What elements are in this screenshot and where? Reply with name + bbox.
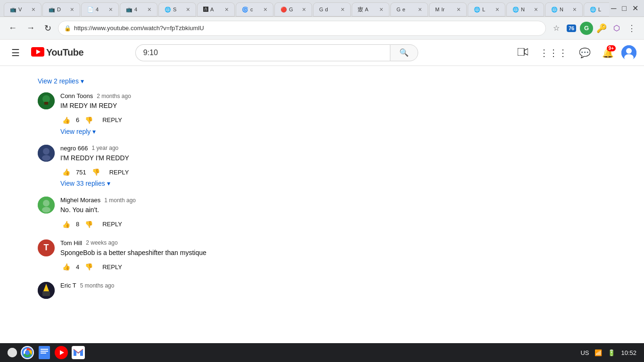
comment-time-tom-hill: 2 weeks ago [86,239,117,246]
tab-3[interactable]: 📄4× [81,2,119,16]
avatar-eric-t[interactable] [38,282,55,299]
browser-tabs: 📺V× 📺D× 📄4× 📺4× 🌐S× 🅰A× 🌀c× 🔴G× Gd× 🕸A× … [0,0,644,17]
view-33-replies-row[interactable]: View 33 replies ▾ [60,178,606,187]
comment-text-mighel-moraes: No. You ain't. [60,206,606,215]
dislike-button-mighel-moraes[interactable]: 👎 [83,219,95,230]
comment-author-eric-t[interactable]: Eric T [60,282,76,289]
like-button-conn-toons[interactable]: 👍 [60,115,72,126]
menu-button[interactable]: ⋮ [625,22,638,35]
refresh-button[interactable]: ↻ [41,20,54,36]
view-reply-conn-toons[interactable]: View reply ▾ [60,126,606,135]
address-actions: ☆ 76 G 🔑 ⬡ ⋮ [550,22,638,35]
maximize-button[interactable]: □ [620,2,628,15]
comment-time-eric-t: 5 months ago [80,282,115,289]
tab-window-controls: ─ □ ✕ [609,2,640,16]
tab-14[interactable]: 🌐N× [506,2,544,16]
svg-point-5 [626,48,632,54]
close-button[interactable]: ✕ [630,2,640,15]
youtube-logo-icon [31,46,44,59]
bookmark-button[interactable]: ☆ [550,22,563,35]
create-video-button[interactable] [514,43,532,62]
comment-body-eric-t: Eric T 5 months ago [60,282,606,299]
avatar-tom-hill[interactable]: T [38,239,55,256]
notifications-button[interactable]: 🔔 9+ [598,43,618,62]
reply-button-mighel-moraes[interactable]: REPLY [99,219,126,230]
tab-13[interactable]: 🌐L× [468,2,505,16]
tab-12[interactable]: MIr× [429,2,467,16]
like-count-mighel-moraes: 8 [76,221,79,228]
menu-hamburger-button[interactable]: ☰ [8,43,24,62]
url-bar[interactable]: 🔒 https://www.youtube.com/watch?v=fpTzbk… [58,21,546,36]
comment-negro-666: negro 666 1 year ago I'M REDDY I'M REDDY… [38,145,606,188]
tab-4[interactable]: 📺4× [120,2,157,16]
extension-lastpass-button[interactable]: 🔑 [595,22,608,35]
tab-7[interactable]: 🌀c× [236,2,273,16]
tab-15[interactable]: 🌐N× [545,2,583,16]
comment-text-conn-toons: IM REDY IM REDY [60,101,606,111]
avatar-mighel-moraes[interactable] [38,197,55,214]
search-input[interactable] [135,44,390,61]
user-avatar[interactable] [621,45,636,60]
search-button[interactable]: 🔍 [390,44,418,61]
youtube-logo[interactable]: YouTube [31,46,83,59]
extension-other-button[interactable]: ⬡ [610,22,623,35]
tab-11[interactable]: Ge× [390,2,428,16]
extension-g-button[interactable]: G [580,22,593,35]
chevron-down-icon: ▾ [81,77,84,85]
notification-badge: 9+ [607,45,616,51]
youtube-header: ☰ YouTube 🔍 ⋮⋮⋮ 💬 🔔 9+ [0,40,644,66]
tab-6[interactable]: 🅰A× [197,2,235,16]
svg-rect-9 [44,102,48,105]
tab-2[interactable]: 📺D× [42,2,80,16]
like-count-conn-toons: 6 [76,116,79,123]
comment-actions-negro-666: 👍 751 👎 REPLY [60,166,606,178]
comment-author-conn-toons[interactable]: Conn Toons [60,92,93,99]
comment-header-eric-t: Eric T 5 months ago [60,282,606,289]
comment-eric-t: Eric T 5 months ago [38,282,606,299]
comment-author-negro-666[interactable]: negro 666 [60,145,88,152]
apps-button[interactable]: ⋮⋮⋮ [536,43,571,62]
address-bar: ← → ↻ 🔒 https://www.youtube.com/watch?v=… [0,17,644,40]
comment-header-mighel-moraes: Mighel Moraes 1 month ago [60,197,606,204]
extension-badge-button[interactable]: 76 [565,22,578,35]
dislike-button-conn-toons[interactable]: 👎 [83,115,95,126]
tab-1[interactable]: 📺V× [4,2,41,16]
reply-button-conn-toons[interactable]: REPLY [99,115,126,125]
view-2-replies-row[interactable]: View 2 replies ▾ [38,74,606,92]
comment-time-mighel-moraes: 1 month ago [104,197,136,204]
messages-button[interactable]: 💬 [575,43,594,62]
tab-8[interactable]: 🔴G× [274,2,312,16]
comment-tom-hill: T Tom Hill 2 weeks ago SpongeBob is a be… [38,239,606,273]
tab-9[interactable]: Gd× [313,2,351,16]
avatar-negro-666[interactable] [38,145,55,162]
comment-body-negro-666: negro 666 1 year ago I'M REDDY I'M REDDY… [60,145,606,188]
comment-author-tom-hill[interactable]: Tom Hill [60,239,82,247]
comment-text-negro-666: I'M REDDY I'M REDDY [60,154,606,163]
svg-point-12 [42,155,50,161]
view-33-replies-label: View 33 replies [60,180,105,187]
tab-16[interactable]: 🌐L× [584,2,609,16]
reply-button-tom-hill[interactable]: REPLY [99,262,126,272]
back-button[interactable]: ← [6,20,20,36]
reply-button-negro-666[interactable]: REPLY [106,167,133,178]
like-button-tom-hill[interactable]: 👍 [60,261,72,272]
lock-icon: 🔒 [64,25,71,32]
dislike-button-negro-666[interactable]: 👎 [90,166,102,178]
dislike-button-tom-hill[interactable]: 👎 [83,261,95,272]
forward-button[interactable]: → [24,20,38,36]
minimize-button[interactable]: ─ [609,2,618,15]
avatar-conn-toons[interactable] [38,92,55,109]
comment-mighel-moraes: Mighel Moraes 1 month ago No. You ain't.… [38,197,606,230]
like-button-mighel-moraes[interactable]: 👍 [60,219,72,230]
tab-5[interactable]: 🌐S× [158,2,196,16]
comment-text-tom-hill: SpongeBob is a better shapeshifter than … [60,248,606,258]
view-2-replies-label: View 2 replies [38,77,79,85]
comment-body-mighel-moraes: Mighel Moraes 1 month ago No. You ain't.… [60,197,606,230]
like-button-negro-666[interactable]: 👍 [60,166,72,178]
tab-10[interactable]: 🕸A× [352,2,389,16]
comment-body-conn-toons: Conn Toons 2 months ago IM REDY IM REDY … [60,92,606,135]
comment-author-mighel-moraes[interactable]: Mighel Moraes [60,197,100,204]
url-text: https://www.youtube.com/watch?v=fpTzbkiu… [74,25,540,32]
header-actions: ⋮⋮⋮ 💬 🔔 9+ [514,43,636,62]
view-reply-label-conn-toons: View reply [60,128,91,135]
